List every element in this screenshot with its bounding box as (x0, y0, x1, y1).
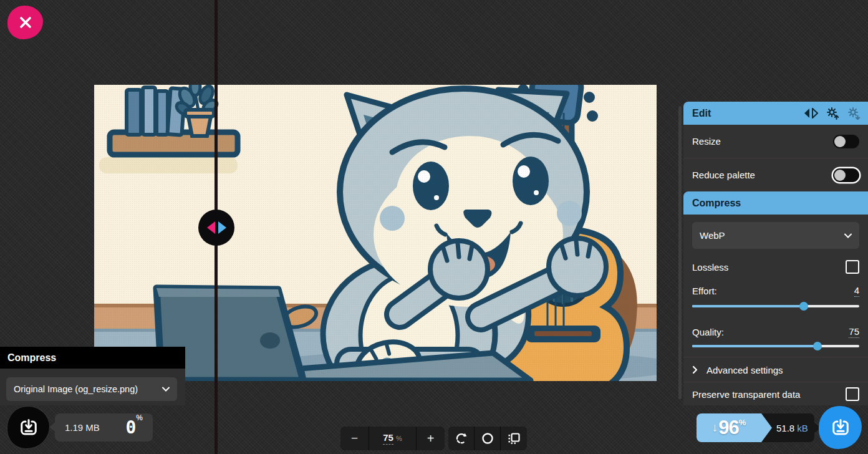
rotate-icon (455, 432, 468, 445)
two-up-handle[interactable] (198, 210, 234, 246)
download-original-button[interactable] (7, 407, 49, 448)
original-size: 1.19 MB (65, 422, 100, 433)
quality-slider[interactable] (692, 342, 859, 350)
chevron-right-icon (692, 365, 698, 374)
result-size-unit: kB (797, 423, 808, 433)
download-result-button[interactable] (819, 406, 862, 449)
quality-label: Quality: (692, 327, 724, 337)
zoom-out-button[interactable]: − (340, 427, 369, 450)
result-size: 51.8 kB (776, 413, 808, 442)
effort-slider[interactable] (692, 302, 859, 311)
zoom-level-value: 75 (383, 432, 393, 445)
zoom-level-unit: % (396, 435, 402, 442)
original-pane-body: Original Image (og_resize.png) (0, 369, 185, 405)
preserve-transparent-label: Preserve transparent data (692, 389, 800, 400)
two-up-view-button[interactable] (501, 427, 527, 450)
export-settings-gear-icon[interactable] (847, 107, 861, 120)
original-pane-title: Compress (7, 352, 56, 364)
file-select-value: Original Image (og_resize.png) (14, 384, 138, 394)
original-size-badge: 1.19 MB 0% (55, 413, 153, 442)
compare-icon[interactable] (804, 108, 818, 118)
file-select[interactable]: Original Image (og_resize.png) (6, 377, 177, 401)
squoosh-app: Edit (0, 0, 868, 454)
rotate-button[interactable] (448, 427, 474, 450)
left-triangle-icon (207, 221, 215, 234)
plus-icon: + (427, 432, 435, 446)
preserve-transparent-checkbox[interactable] (846, 387, 859, 401)
resize-row: Resize (683, 125, 868, 158)
chevron-down-icon (844, 233, 852, 238)
edit-options: Resize Reduce palette (683, 125, 868, 191)
reduce-palette-row: Reduce palette (683, 158, 868, 191)
savings-tag: ↓ 96 % (697, 413, 761, 442)
codec-select-value: WebP (700, 230, 725, 241)
edit-title: Edit (692, 108, 711, 119)
chevron-down-icon (162, 387, 170, 392)
download-icon (831, 418, 850, 437)
close-button[interactable] (7, 6, 43, 39)
import-settings-gear-icon[interactable] (826, 107, 839, 120)
effort-label-row: Effort: 4 (683, 282, 868, 299)
effort-value[interactable]: 4 (854, 285, 859, 297)
edit-section-header[interactable]: Edit (683, 102, 868, 125)
minus-icon: − (351, 432, 358, 445)
compress-section-header[interactable]: Compress (683, 191, 868, 215)
right-triangle-icon (218, 221, 226, 234)
original-pane: Compress Original Image (og_resize.png) (0, 347, 185, 405)
codec-select[interactable]: WebP (692, 222, 859, 249)
effort-slider-knob[interactable] (799, 302, 808, 311)
zoom-in-button[interactable]: + (417, 427, 445, 450)
panel-scrollbar[interactable] (678, 106, 682, 399)
compress-title: Compress (692, 198, 741, 209)
lossless-row: Lossless (683, 256, 868, 278)
artwork-svg (94, 85, 657, 381)
lossless-checkbox[interactable] (846, 260, 859, 274)
zoom-toolbar: − 75 % + (340, 427, 445, 450)
down-arrow-icon: ↓ (712, 421, 718, 435)
quality-label-row: Quality: 75 (683, 323, 868, 340)
original-pane-header[interactable]: Compress (0, 347, 185, 369)
quality-value[interactable]: 75 (849, 326, 859, 338)
background-toggle-button[interactable] (475, 427, 500, 450)
resize-toggle[interactable] (833, 135, 859, 148)
close-icon (19, 16, 32, 29)
lossless-label: Lossless (692, 262, 728, 273)
image-preview[interactable] (94, 85, 657, 381)
preserve-transparent-row: Preserve transparent data (683, 383, 868, 405)
zoom-level-field[interactable]: 75 % (369, 427, 416, 450)
resize-label: Resize (692, 136, 721, 147)
download-icon (19, 418, 38, 437)
original-delta: 0% (125, 417, 143, 438)
effort-label: Effort: (692, 286, 717, 296)
advanced-settings-label: Advanced settings (706, 365, 783, 375)
quality-slider-knob[interactable] (813, 342, 822, 350)
two-up-icon (508, 432, 520, 445)
view-toolbar (448, 427, 527, 450)
reduce-palette-toggle[interactable] (833, 168, 859, 182)
circle-icon (481, 432, 494, 445)
advanced-settings-row[interactable]: Advanced settings (683, 359, 868, 380)
reduce-palette-label: Reduce palette (692, 170, 755, 180)
result-size-badge: 51.8 kB ↓ 96 % (697, 413, 814, 442)
